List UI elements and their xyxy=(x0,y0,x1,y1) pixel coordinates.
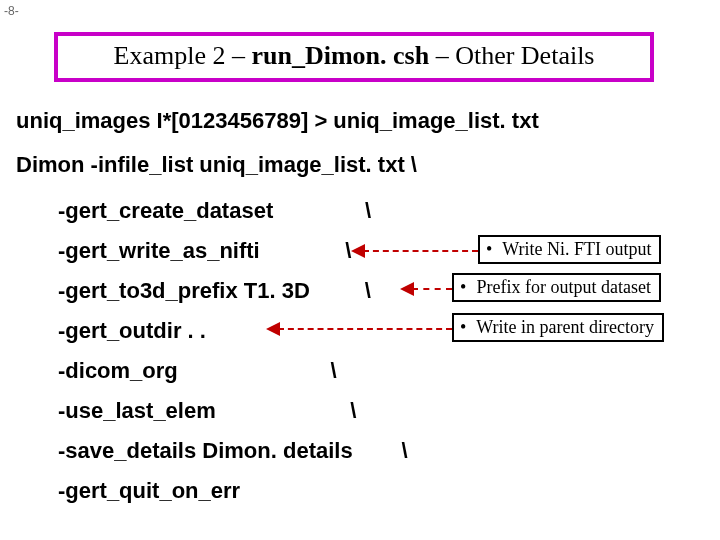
flag-save-details: -save_details Dimon. details \ xyxy=(58,438,408,464)
callout-prefix: • Prefix for output dataset xyxy=(452,273,661,302)
callout-prefix-text: Prefix for output dataset xyxy=(477,277,651,297)
flag-gert-create-dataset: -gert_create_dataset \ xyxy=(58,198,371,224)
flag-gert-quit-on-err: -gert_quit_on_err xyxy=(58,478,240,504)
cmd-dimon: Dimon -infile_list uniq_image_list. txt … xyxy=(16,152,417,178)
callout-parent-dir: • Write in parent directory xyxy=(452,313,664,342)
callout-parent-dir-text: Write in parent directory xyxy=(476,317,654,337)
title-box: Example 2 – run_Dimon. csh – Other Detai… xyxy=(54,32,654,82)
arrow-line-icon xyxy=(363,250,478,252)
bullet-icon: • xyxy=(460,277,472,298)
flag-gert-outdir: -gert_outdir . . xyxy=(58,318,206,344)
flag-dicom-org: -dicom_org \ xyxy=(58,358,337,384)
title-part1: Example 2 – xyxy=(114,41,252,70)
title-part3: – Other Details xyxy=(429,41,594,70)
bullet-icon: • xyxy=(460,317,472,338)
flag-gert-write-as-nifti: -gert_write_as_nifti \ xyxy=(58,238,351,264)
callout-nifti-text: Write Ni. FTI output xyxy=(502,239,651,259)
cmd-uniq-images: uniq_images I*[0123456789] > uniq_image_… xyxy=(16,108,539,134)
arrow-line-icon xyxy=(412,288,452,290)
bullet-icon: • xyxy=(486,239,498,260)
flag-use-last-elem: -use_last_elem \ xyxy=(58,398,356,424)
flag-gert-to3d-prefix: -gert_to3d_prefix T1. 3D \ xyxy=(58,278,371,304)
title-part2: run_Dimon. csh xyxy=(251,41,429,70)
arrow-line-icon xyxy=(278,328,452,330)
callout-nifti: • Write Ni. FTI output xyxy=(478,235,661,264)
page-number: -8- xyxy=(4,4,19,18)
